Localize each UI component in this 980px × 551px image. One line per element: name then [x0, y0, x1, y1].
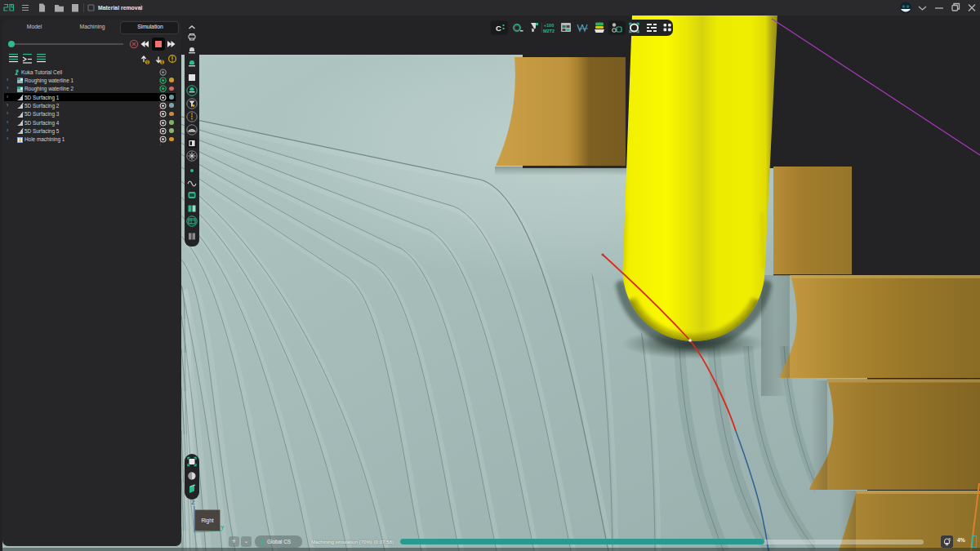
- svg-text:+100: +100: [544, 23, 554, 28]
- svg-text:A: A: [190, 128, 194, 133]
- svg-text:C: C: [496, 24, 501, 33]
- svg-text:5: 5: [949, 537, 951, 542]
- svg-text:M2T2: M2T2: [543, 29, 555, 33]
